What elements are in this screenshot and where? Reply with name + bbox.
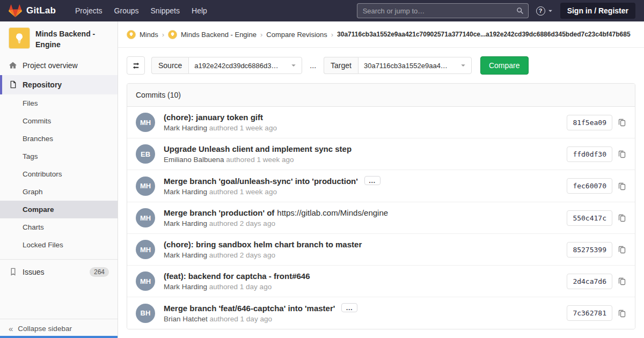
sidebar-item-issues[interactable]: Issues 264 xyxy=(0,262,118,282)
nav-snippets[interactable]: Snippets xyxy=(151,6,180,15)
commit-author-avatar[interactable]: MH xyxy=(136,177,155,196)
commit-sha-link[interactable]: 7c362781 xyxy=(567,305,612,321)
commit-actions: fec60070 xyxy=(567,178,626,194)
sidebar-subitem-tags[interactable]: Tags xyxy=(0,148,118,165)
global-search xyxy=(357,3,529,18)
commit-title-link[interactable]: (chore): bring sandbox helm chart branch… xyxy=(164,240,362,249)
chevron-double-left-icon: « xyxy=(9,325,13,333)
repository-icon xyxy=(9,80,17,89)
brand-text: GitLab xyxy=(26,5,56,16)
commit-row: MH (feat): backend for captcha - front#6… xyxy=(127,266,635,297)
swap-revisions-button[interactable] xyxy=(127,56,145,75)
breadcrumb-project-link[interactable]: Minds Backend - Engine xyxy=(181,31,257,39)
commit-author-link[interactable]: Emiliano Balbuena xyxy=(164,156,224,164)
nav-groups[interactable]: Groups xyxy=(114,6,139,15)
commit-info: Merge branch 'goal/unleash-sync' into 'p… xyxy=(164,176,567,196)
commit-author-avatar[interactable]: MH xyxy=(136,208,155,227)
toggle-commit-description-button[interactable]: … xyxy=(341,303,357,312)
range-dots: ... xyxy=(309,61,317,70)
nav-projects[interactable]: Projects xyxy=(75,6,103,15)
collapse-sidebar-label: Collapse sidebar xyxy=(18,325,72,333)
sidebar-subitem-branches[interactable]: Branches xyxy=(0,130,118,148)
commit-sha-link[interactable]: 2d4ca7d6 xyxy=(567,274,612,289)
copy-sha-button[interactable] xyxy=(618,182,626,190)
commit-author-link[interactable]: Mark Harding xyxy=(164,219,207,227)
gitlab-logo-link[interactable]: GitLab xyxy=(9,4,56,18)
project-name: Minds Backend - Engine xyxy=(35,27,109,50)
copy-sha-button[interactable] xyxy=(618,277,626,285)
breadcrumb-page-link[interactable]: Compare Revisions xyxy=(266,31,327,39)
commit-title-link[interactable]: Merge branch 'goal/unleash-sync' into 'p… xyxy=(164,177,358,186)
commit-author-link[interactable]: Mark Harding xyxy=(164,188,207,196)
toggle-commit-description-button[interactable]: … xyxy=(364,176,380,185)
commit-author-link[interactable]: Mark Harding xyxy=(164,283,207,291)
commit-sha-link[interactable]: 85275399 xyxy=(567,242,612,258)
commit-author-link[interactable]: Brian Hatchet xyxy=(164,315,208,323)
commit-author-link[interactable]: Mark Harding xyxy=(164,251,207,259)
commit-title-link[interactable]: Merge branch 'production' of xyxy=(164,208,274,217)
commit-sha-link[interactable]: 81f5ea09 xyxy=(567,115,612,130)
breadcrumb-separator: › xyxy=(331,31,333,39)
copy-sha-button[interactable] xyxy=(618,150,626,158)
sidebar-subitem-commits[interactable]: Commits xyxy=(0,112,118,130)
source-branch-dropdown[interactable]: a192e242cd39dc6886d3… xyxy=(188,57,302,74)
sidebar-subitem-compare[interactable]: Compare xyxy=(0,201,118,218)
commit-info: (chore): january token gift Mark Harding… xyxy=(164,113,567,132)
copy-icon xyxy=(618,150,626,158)
copy-sha-button[interactable] xyxy=(618,245,626,254)
issues-icon xyxy=(9,268,17,276)
gitlab-tanuki-icon xyxy=(9,4,22,18)
commit-author-avatar[interactable]: MH xyxy=(136,271,155,291)
commits-panel-header: Commits (10) xyxy=(127,84,635,107)
compare-form: Source a192e242cd39dc6886d3… ... Target … xyxy=(118,48,644,83)
target-label: Target xyxy=(324,57,358,74)
sidebar-item-label: Project overview xyxy=(23,61,78,70)
sidebar-item-label: Repository xyxy=(23,80,62,89)
commit-sha-link[interactable]: fec60070 xyxy=(567,178,612,194)
commit-author-avatar[interactable]: MH xyxy=(136,240,155,259)
commit-info: (chore): bring sandbox helm chart branch… xyxy=(164,240,567,259)
commit-title-link[interactable]: (feat): backend for captcha - front#646 xyxy=(164,271,310,281)
bottom-accent-bar xyxy=(0,336,118,338)
sidebar-subitem-files[interactable]: Files xyxy=(0,94,118,112)
copy-icon xyxy=(618,309,626,318)
copy-sha-button[interactable] xyxy=(618,214,626,222)
sign-in-button[interactable]: Sign in / Register xyxy=(560,3,635,19)
search-input[interactable] xyxy=(357,3,529,18)
navbar-right: ? Sign in / Register xyxy=(357,3,635,19)
sidebar-subitem-graph[interactable]: Graph xyxy=(0,183,118,201)
commit-title-link[interactable]: Upgrade Unleash client and implement syn… xyxy=(164,144,352,153)
sidebar-subitem-contributors[interactable]: Contributors xyxy=(0,165,118,183)
commit-title-link[interactable]: Merge branch 'feat/646-captcha' into 'ma… xyxy=(164,304,335,313)
commit-author-avatar[interactable]: EB xyxy=(136,144,155,164)
copy-sha-button[interactable] xyxy=(618,118,626,127)
commit-author-link[interactable]: Mark Harding xyxy=(164,124,207,132)
target-branch-dropdown[interactable]: 30a7116cb3a1552e9aa4… xyxy=(358,57,472,74)
sidebar-subitem-charts[interactable]: Charts xyxy=(0,218,118,236)
help-dropdown[interactable]: ? xyxy=(536,6,553,16)
main-nav-menu: Projects Groups Snippets Help xyxy=(63,6,207,15)
commit-row: MH (chore): bring sandbox helm chart bra… xyxy=(127,234,635,266)
commit-sha-link[interactable]: 550c417c xyxy=(567,210,612,226)
commit-author-avatar[interactable]: MH xyxy=(136,113,155,132)
compare-button[interactable]: Compare xyxy=(480,56,529,75)
commit-info: Merge branch 'feat/646-captcha' into 'ma… xyxy=(164,303,567,323)
breadcrumb-group-link[interactable]: Minds xyxy=(140,31,158,39)
sidebar-item-repository[interactable]: Repository xyxy=(0,75,118,94)
commit-authored-time: authored 2 days ago xyxy=(209,251,275,259)
commit-title-link[interactable]: (chore): january token gift xyxy=(164,113,263,122)
copy-icon xyxy=(618,245,626,254)
commit-author-avatar[interactable]: BH xyxy=(136,304,155,323)
sidebar-subitem-locked-files[interactable]: Locked Files xyxy=(0,236,118,254)
project-header[interactable]: Minds Backend - Engine xyxy=(0,21,118,56)
commit-sha-link[interactable]: ffd0df30 xyxy=(567,146,612,162)
target-branch-value: 30a7116cb3a1552e9aa4… xyxy=(364,62,448,70)
copy-icon xyxy=(618,118,626,127)
page-layout: Minds Backend - Engine Project overview … xyxy=(0,21,644,338)
sidebar-item-project-overview[interactable]: Project overview xyxy=(0,56,118,75)
project-avatar xyxy=(9,27,30,49)
nav-help[interactable]: Help xyxy=(192,6,207,15)
copy-sha-button[interactable] xyxy=(618,309,626,318)
collapse-sidebar-button[interactable]: « Collapse sidebar xyxy=(0,319,118,338)
copy-icon xyxy=(618,277,626,285)
